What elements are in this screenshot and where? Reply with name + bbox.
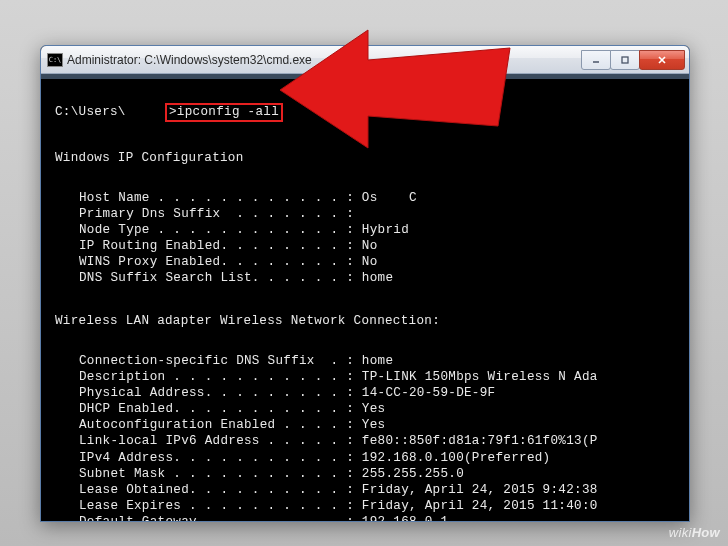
- watermark: wikiHow: [669, 525, 720, 540]
- output-line: Autoconfiguration Enabled . . . . : Yes: [55, 417, 679, 433]
- output-line: Host Name . . . . . . . . . . . . : Os C: [55, 190, 679, 206]
- output-line: Link-local IPv6 Address . . . . . : fe80…: [55, 433, 679, 449]
- adapter-header: Wireless LAN adapter Wireless Network Co…: [55, 313, 679, 329]
- titlebar[interactable]: C:\ Administrator: C:\Windows\system32\c…: [41, 46, 689, 74]
- prompt-prefix: C:\Users\: [55, 105, 126, 119]
- output-line: WINS Proxy Enabled. . . . . . . . : No: [55, 254, 679, 270]
- adapter-block: Connection-specific DNS Suffix . : homeD…: [55, 353, 679, 521]
- output-line: Description . . . . . . . . . . . : TP-L…: [55, 369, 679, 385]
- output-line: Primary Dns Suffix . . . . . . . :: [55, 206, 679, 222]
- config-block: Host Name . . . . . . . . . . . . : Os C…: [55, 190, 679, 287]
- svg-rect-1: [622, 57, 628, 63]
- prompt-user: [126, 105, 165, 119]
- output-line: Node Type . . . . . . . . . . . . : Hybr…: [55, 222, 679, 238]
- cmd-window: C:\ Administrator: C:\Windows\system32\c…: [40, 45, 690, 522]
- ip-config-header: Windows IP Configuration: [55, 150, 679, 166]
- maximize-button[interactable]: [610, 50, 640, 70]
- output-line: Lease Expires . . . . . . . . . . : Frid…: [55, 498, 679, 514]
- output-line: Connection-specific DNS Suffix . : home: [55, 353, 679, 369]
- command-highlight: >ipconfig -all: [165, 103, 283, 121]
- window-controls: [582, 50, 685, 70]
- close-button[interactable]: [639, 50, 685, 70]
- output-line: Physical Address. . . . . . . . . : 14-C…: [55, 385, 679, 401]
- terminal-output[interactable]: C:\Users\ >ipconfig -all Windows IP Conf…: [41, 74, 689, 521]
- prompt-line: C:\Users\ >ipconfig -all: [55, 103, 679, 121]
- output-line: Lease Obtained. . . . . . . . . . : Frid…: [55, 482, 679, 498]
- cmd-icon: C:\: [47, 53, 63, 67]
- output-line: IPv4 Address. . . . . . . . . . . : 192.…: [55, 450, 679, 466]
- window-title: Administrator: C:\Windows\system32\cmd.e…: [67, 53, 582, 67]
- minimize-button[interactable]: [581, 50, 611, 70]
- output-line: DHCP Enabled. . . . . . . . . . . : Yes: [55, 401, 679, 417]
- output-line: Subnet Mask . . . . . . . . . . . : 255.…: [55, 466, 679, 482]
- output-line: DNS Suffix Search List. . . . . . : home: [55, 270, 679, 286]
- output-line: IP Routing Enabled. . . . . . . . : No: [55, 238, 679, 254]
- output-line: Default Gateway . . . . . . . . . : 192.…: [55, 514, 679, 521]
